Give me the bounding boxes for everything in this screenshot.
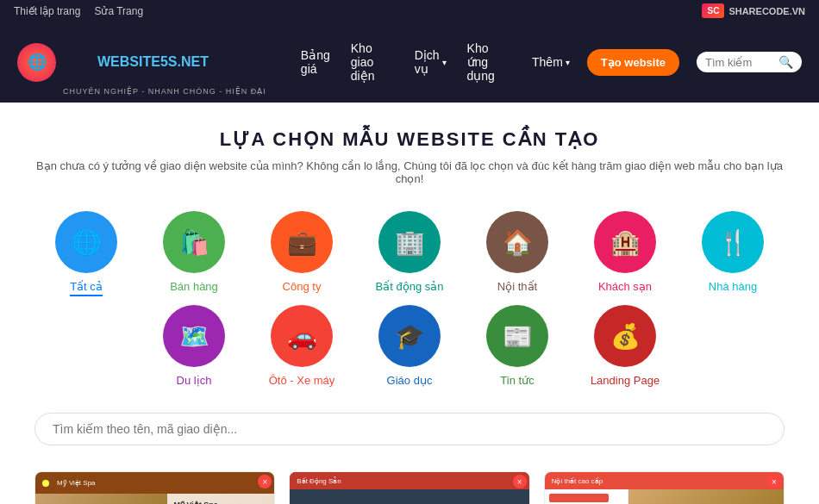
category-restaurant[interactable]: 🍴 Nhà hàng [684, 211, 783, 296]
nav-item-more[interactable]: Thêm [532, 55, 570, 69]
category-news[interactable]: 📰 Tin tức [468, 305, 567, 387]
nav-item-pricing[interactable]: Bảng giá [301, 48, 330, 76]
cat-icon-shopping: 🛍️ [163, 211, 225, 273]
cat-label-travel: Du lịch [177, 374, 212, 387]
spa-image: 💆 [35, 494, 167, 504]
int-header: Nội thất cao cấp [545, 472, 784, 489]
main-content: LỰA CHỌN MẪU WEBSITE CẦN TẠO Bạn chưa có… [0, 103, 819, 504]
cat-label-auto: Ôtô - Xe máy [269, 374, 335, 387]
cat-icon-hotel: 🏨 [594, 211, 656, 273]
category-hotel[interactable]: 🏨 Khách sạn [576, 211, 675, 296]
sc-badge: SC [702, 3, 724, 18]
create-website-button[interactable]: Tạo website [587, 49, 679, 76]
remove-re-button[interactable]: × [513, 475, 527, 488]
category-realestate[interactable]: 🏢 Bất động sản [360, 211, 460, 296]
cat-label-news: Tin tức [500, 374, 534, 387]
top-bar: Thiết lập trang Sửa Trang SC SHARECODE.V… [0, 0, 819, 22]
int-main-image: 🛋️ [628, 489, 784, 504]
template-card-realestate[interactable]: Bất Động Sản Bất Động Sản 03 asonic 👁 Xe… [289, 471, 529, 504]
logo-icon: 🌐 [17, 43, 56, 82]
nav-item-apps[interactable]: Kho ứng dụng [467, 41, 511, 83]
category-all[interactable]: 🌐 Tất cả [37, 211, 136, 296]
re-content: Bất Động Sản 03 asonic 👁 Xem thử tế + Tạ… [290, 489, 528, 504]
cat-icon-furniture: 🏠 [486, 211, 548, 273]
page-subtitle: Bạn chưa có ý tưởng về giao diện website… [34, 159, 785, 185]
header-search-button[interactable]: 🔍 [778, 55, 793, 69]
int-preview: Nội thất cao cấp 🛋️ [545, 472, 784, 504]
cat-icon-realestate: 🏢 [378, 211, 441, 273]
logo-main: WEBSITE5S.NET [63, 28, 266, 87]
spa-title-text: Mỹ Việt Spa [174, 501, 268, 504]
topbar-item-setup[interactable]: Thiết lập trang [14, 5, 80, 17]
cat-label-shopping: Bán hàng [170, 280, 218, 293]
cat-icon-education: 🎓 [378, 305, 441, 367]
cat-label-restaurant: Nhà hàng [709, 280, 757, 293]
cat-icon-news: 📰 [486, 305, 548, 367]
cat-icon-all: 🌐 [55, 211, 117, 273]
category-auto[interactable]: 🚗 Ôtô - Xe máy [253, 305, 352, 387]
cat-icon-landing: 💰 [594, 305, 656, 367]
category-shopping[interactable]: 🛍️ Bán hàng [145, 211, 244, 296]
re-preview: Bất Động Sản Bất Động Sản 03 asonic 👁 Xe… [290, 472, 528, 504]
logo-text: WEBSITE5S.NET CHUYÊN NGHIỆP - NHANH CHÓN… [63, 28, 266, 96]
nav-item-themes[interactable]: Kho giao diện [351, 41, 394, 83]
spa-preview: Mỹ Việt Spa 💆 Mỹ Việt Spa Chuyên nghiệp … [35, 472, 274, 504]
cat-label-landing: Landing Page [591, 374, 660, 387]
template-previews: Mỹ Việt Spa 💆 Mỹ Việt Spa Chuyên nghiệp … [34, 471, 785, 504]
categories-grid: 🌐 Tất cả 🛍️ Bán hàng 💼 Công ty 🏢 Bất độn… [34, 211, 785, 387]
spa-text: Mỹ Việt Spa Chuyên nghiệp - Uy tínDịch v… [167, 494, 275, 504]
cat-label-hotel: Khách sạn [598, 280, 652, 293]
template-card-spa[interactable]: Mỹ Việt Spa 💆 Mỹ Việt Spa Chuyên nghiệp … [34, 471, 275, 504]
topbar-item-edit[interactable]: Sửa Trang [94, 5, 143, 17]
spa-header-text: Mỹ Việt Spa [57, 479, 96, 487]
template-card-interior[interactable]: Nội thất cao cấp 🛋️ [544, 471, 785, 504]
cat-label-realestate: Bất động sản [376, 280, 444, 293]
cat-label-all: Tất cả [70, 280, 103, 296]
category-landing[interactable]: 💰 Landing Page [576, 305, 675, 387]
cat-label-furniture: Nội thất [497, 280, 537, 293]
logo-sub: CHUYÊN NGHIỆP - NHANH CHÓNG - HIỆN ĐẠI [63, 87, 266, 96]
sc-text: SHARECODE.VN [728, 6, 805, 16]
template-search-input[interactable] [34, 413, 785, 445]
spa-content: 💆 Mỹ Việt Spa Chuyên nghiệp - Uy tínDịch… [35, 494, 274, 504]
spa-header: Mỹ Việt Spa [35, 472, 274, 494]
remove-int-button[interactable]: × [767, 475, 781, 488]
logo: 🌐 WEBSITE5S.NET CHUYÊN NGHIỆP - NHANH CH… [17, 28, 266, 96]
re-header: Bất Động Sản [290, 472, 528, 489]
cat-label-education: Giáo dục [387, 374, 433, 387]
category-furniture[interactable]: 🏠 Nội thất [468, 211, 567, 296]
re-header-text: Bất Động Sản [297, 477, 341, 485]
cat-icon-travel: 🗺️ [163, 305, 225, 367]
int-header-text: Nội thất cao cấp [552, 477, 603, 485]
category-education[interactable]: 🎓 Giáo dục [360, 305, 460, 387]
header-search: 🔍 [697, 52, 802, 72]
int-sidebar [545, 489, 628, 504]
cat-icon-restaurant: 🍴 [702, 211, 764, 273]
nav-item-services[interactable]: Dịch vụ [415, 48, 447, 76]
main-nav: Bảng giá Kho giao diện Dịch vụ Kho ứng d… [301, 41, 570, 83]
cat-icon-company: 💼 [271, 211, 333, 273]
cat-label-company: Công ty [283, 280, 322, 293]
header-search-input[interactable] [705, 56, 774, 69]
header: 🌐 WEBSITE5S.NET CHUYÊN NGHIỆP - NHANH CH… [0, 22, 819, 103]
int-content: 🛋️ [545, 489, 784, 504]
page-title: LỰA CHỌN MẪU WEBSITE CẦN TẠO [34, 128, 785, 151]
category-company[interactable]: 💼 Công ty [253, 211, 352, 296]
cat-icon-auto: 🚗 [271, 305, 333, 367]
spa-dot [42, 480, 49, 487]
sharecode-logo-top: SC SHARECODE.VN [702, 3, 805, 18]
category-travel[interactable]: 🗺️ Du lịch [145, 305, 244, 387]
